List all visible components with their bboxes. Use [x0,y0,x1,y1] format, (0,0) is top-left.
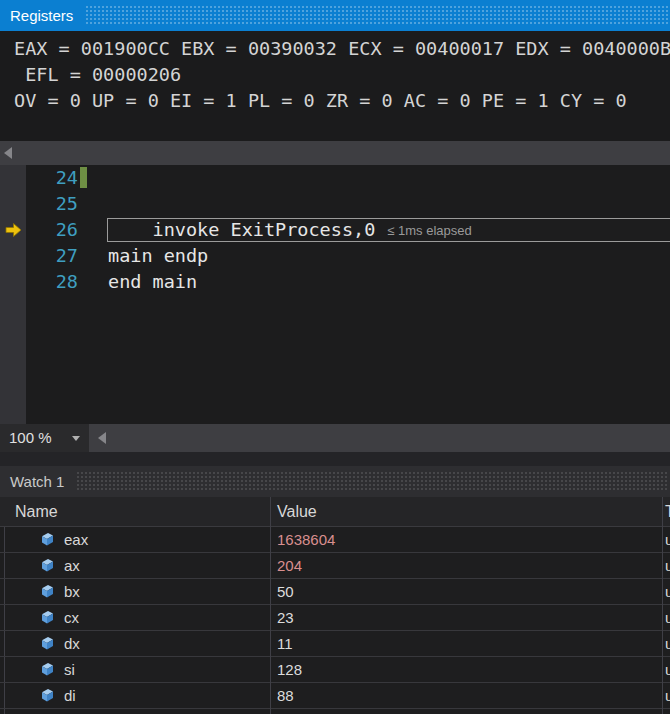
column-divider[interactable] [270,527,271,714]
column-header-value[interactable]: Value [277,497,317,526]
watch-name[interactable]: dx [64,631,80,656]
editor-zoom-level: 100 % [9,429,52,446]
debugger-workspace: Registers EAX = 001900CC EBX = 00390032 … [0,0,670,714]
watch-value[interactable]: 128 [277,657,302,682]
line-number: 24 [26,165,78,191]
register-line-gpr: EAX = 001900CC EBX = 00390032 ECX = 0040… [14,36,670,62]
editor-horizontal-scrollbar[interactable] [89,424,670,452]
code-text[interactable]: invoke ExitProcess,0 [108,219,375,241]
editor-bottom-bar: 100 % [0,424,670,452]
watch-variable-icon [38,636,56,651]
column-header-type[interactable]: T [665,497,670,526]
watch-name[interactable]: di [64,683,76,708]
watch-title: Watch 1 [0,466,64,497]
registers-horizontal-scrollbar[interactable] [0,141,670,165]
line-number: 26 [26,217,78,243]
watch-variable-icon [38,558,56,573]
line-number: 25 [26,191,78,217]
watch-variable-icon [38,610,56,625]
watch-row-cx[interactable]: cx 23 u [0,605,670,631]
watch-row-si[interactable]: si 128 u [0,657,670,683]
watch-type: u [665,631,670,656]
watch-value[interactable]: 204 [277,553,302,578]
watch-name[interactable]: si [64,657,75,682]
watch-grid: eax 1638604 u ax 204 u bx 50 u [0,527,670,714]
code-line-28[interactable]: 28 end main [0,269,670,295]
watch-name[interactable]: ax [64,553,80,578]
watch-type: u [665,683,670,708]
registers-titlebar[interactable]: Registers [0,0,670,31]
code-text[interactable]: end main [108,269,197,295]
watch-row-dx[interactable]: dx 11 u [0,631,670,657]
watch-titlebar[interactable]: Watch 1 [0,466,670,497]
editor-zoom-dropdown[interactable]: 100 % [0,424,88,452]
window-divider [0,452,670,466]
watch-type: u [665,553,670,578]
watch-name[interactable]: bx [64,579,80,604]
watch-name[interactable]: cx [64,605,79,630]
watch-name[interactable]: eax [64,527,88,552]
watch-value[interactable]: 11 [277,631,293,656]
watch-variable-icon [38,584,56,599]
scroll-left-icon[interactable] [98,432,106,444]
watch-type: u [665,527,670,552]
watch-value[interactable]: 50 [277,579,294,604]
watch-row-eax[interactable]: eax 1638604 u [0,527,670,553]
column-divider[interactable] [662,527,663,714]
code-line-27[interactable]: 27 main endp [0,243,670,269]
watch-variable-icon [38,688,56,703]
current-statement-arrow-icon [5,223,22,237]
code-line-24[interactable]: 24 [0,165,670,191]
watch-type: u [665,605,670,630]
titlebar-grip-texture [76,471,668,492]
code-text[interactable]: main endp [108,243,208,269]
code-editor[interactable]: 24 25 26 invoke ExitProcess,0 ≤ 1ms elap… [0,165,670,424]
watch-value[interactable]: 88 [277,683,294,708]
code-line-25[interactable]: 25 [0,191,670,217]
chevron-down-icon [72,436,80,441]
perf-tip[interactable]: ≤ 1ms elapsed [387,223,471,238]
watch-type: u [665,579,670,604]
watch-column-headers: Name Value T [0,497,670,527]
register-line-flags: OV = 0 UP = 0 EI = 1 PL = 0 ZR = 0 AC = … [14,88,670,114]
scroll-left-icon[interactable] [4,147,12,159]
track-changes-bar [80,167,87,188]
watch-value[interactable]: 23 [277,605,294,630]
watch-row-empty[interactable] [0,709,670,714]
code-line-26-current[interactable]: 26 invoke ExitProcess,0 ≤ 1ms elapsed [0,217,670,243]
watch-row-bx[interactable]: bx 50 u [0,579,670,605]
line-number: 28 [26,269,78,295]
watch-row-ax[interactable]: ax 204 u [0,553,670,579]
column-header-name[interactable]: Name [15,497,58,526]
watch-row-di[interactable]: di 88 u [0,683,670,709]
watch-variable-icon [38,532,56,547]
column-divider[interactable] [270,497,271,527]
line-number: 27 [26,243,78,269]
titlebar-grip-texture [85,5,668,26]
watch-variable-icon [38,662,56,677]
registers-content: EAX = 001900CC EBX = 00390032 ECX = 0040… [0,31,670,141]
current-statement-box[interactable]: invoke ExitProcess,0 ≤ 1ms elapsed [107,218,670,242]
watch-value[interactable]: 1638604 [277,527,335,552]
column-divider[interactable] [662,497,663,527]
register-line-efl: EFL = 00000206 [14,62,670,88]
registers-title: Registers [0,0,73,31]
watch-type: u [665,657,670,682]
